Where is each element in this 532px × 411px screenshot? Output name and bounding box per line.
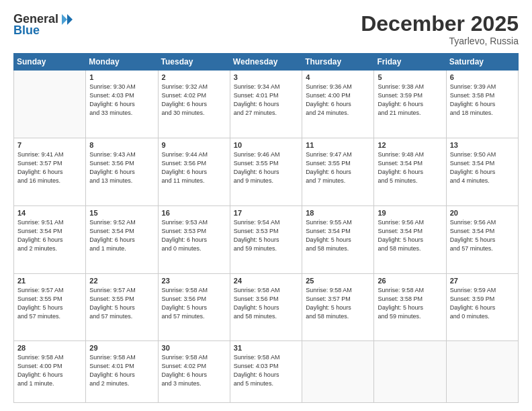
day-info: Sunrise: 9:58 AM Sunset: 3:56 PM Dayligh… (234, 286, 298, 321)
table-row: 2Sunrise: 9:32 AM Sunset: 4:02 PM Daylig… (158, 71, 230, 138)
table-row: 21Sunrise: 9:57 AM Sunset: 3:55 PM Dayli… (14, 273, 86, 341)
day-info: Sunrise: 9:53 AM Sunset: 3:53 PM Dayligh… (162, 218, 226, 253)
table-row: 26Sunrise: 9:58 AM Sunset: 3:58 PM Dayli… (374, 273, 446, 341)
day-info: Sunrise: 9:43 AM Sunset: 3:56 PM Dayligh… (89, 150, 154, 185)
day-number: 13 (450, 141, 515, 149)
table-row: 1Sunrise: 9:30 AM Sunset: 4:03 PM Daylig… (86, 71, 158, 138)
day-number: 25 (306, 277, 370, 285)
weekday-header-row: Sunday Monday Tuesday Wednesday Thursday… (14, 54, 519, 71)
day-number: 23 (162, 277, 226, 285)
header-thursday: Thursday (302, 54, 374, 71)
header-friday: Friday (374, 54, 446, 71)
day-number: 4 (306, 73, 370, 81)
day-info: Sunrise: 9:52 AM Sunset: 3:54 PM Dayligh… (89, 218, 154, 253)
table-row: 6Sunrise: 9:39 AM Sunset: 3:58 PM Daylig… (446, 71, 518, 138)
table-row: 15Sunrise: 9:52 AM Sunset: 3:54 PM Dayli… (86, 205, 158, 273)
table-row: 5Sunrise: 9:38 AM Sunset: 3:59 PM Daylig… (374, 71, 446, 138)
day-number: 10 (234, 141, 298, 149)
day-info: Sunrise: 9:41 AM Sunset: 3:57 PM Dayligh… (17, 150, 82, 185)
day-info: Sunrise: 9:58 AM Sunset: 3:56 PM Dayligh… (162, 286, 226, 321)
day-info: Sunrise: 9:57 AM Sunset: 3:55 PM Dayligh… (17, 286, 82, 321)
header-saturday: Saturday (446, 54, 518, 71)
day-info: Sunrise: 9:39 AM Sunset: 3:58 PM Dayligh… (450, 83, 515, 118)
day-info: Sunrise: 9:58 AM Sunset: 4:01 PM Dayligh… (89, 353, 154, 388)
day-number: 3 (234, 73, 298, 81)
day-number: 19 (378, 209, 442, 217)
day-number: 28 (17, 344, 82, 352)
day-info: Sunrise: 9:58 AM Sunset: 4:00 PM Dayligh… (17, 353, 82, 388)
table-row: 16Sunrise: 9:53 AM Sunset: 3:53 PM Dayli… (158, 205, 230, 273)
day-info: Sunrise: 9:56 AM Sunset: 3:54 PM Dayligh… (450, 218, 515, 253)
title-area: December 2025 Tyarlevo, Russia (361, 12, 519, 46)
table-row: 9Sunrise: 9:44 AM Sunset: 3:56 PM Daylig… (158, 138, 230, 205)
day-number: 5 (378, 73, 442, 81)
day-number: 17 (234, 209, 298, 217)
day-info: Sunrise: 9:54 AM Sunset: 3:53 PM Dayligh… (234, 218, 298, 253)
table-row: 25Sunrise: 9:58 AM Sunset: 3:57 PM Dayli… (302, 273, 374, 341)
day-number: 12 (378, 141, 442, 149)
day-info: Sunrise: 9:57 AM Sunset: 3:55 PM Dayligh… (89, 286, 154, 321)
table-row: 12Sunrise: 9:48 AM Sunset: 3:54 PM Dayli… (374, 138, 446, 205)
calendar-table: Sunday Monday Tuesday Wednesday Thursday… (13, 53, 519, 403)
day-info: Sunrise: 9:58 AM Sunset: 3:58 PM Dayligh… (378, 286, 442, 321)
day-number: 14 (17, 209, 82, 217)
table-row (14, 71, 86, 138)
table-row: 11Sunrise: 9:47 AM Sunset: 3:55 PM Dayli… (302, 138, 374, 205)
table-row: 23Sunrise: 9:58 AM Sunset: 3:56 PM Dayli… (158, 273, 230, 341)
table-row (302, 341, 374, 403)
day-number: 2 (162, 73, 226, 81)
table-row: 14Sunrise: 9:51 AM Sunset: 3:54 PM Dayli… (14, 205, 86, 273)
table-row (446, 341, 518, 403)
table-row: 4Sunrise: 9:36 AM Sunset: 4:00 PM Daylig… (302, 71, 374, 138)
day-info: Sunrise: 9:55 AM Sunset: 3:54 PM Dayligh… (306, 218, 370, 253)
logo-icon (60, 13, 74, 26)
table-row: 19Sunrise: 9:56 AM Sunset: 3:54 PM Dayli… (374, 205, 446, 273)
day-number: 21 (17, 277, 82, 285)
table-row: 22Sunrise: 9:57 AM Sunset: 3:55 PM Dayli… (86, 273, 158, 341)
day-number: 8 (89, 141, 154, 149)
svg-marker-0 (67, 14, 73, 25)
day-info: Sunrise: 9:51 AM Sunset: 3:54 PM Dayligh… (17, 218, 82, 253)
day-info: Sunrise: 9:47 AM Sunset: 3:55 PM Dayligh… (306, 150, 370, 185)
table-row: 27Sunrise: 9:59 AM Sunset: 3:59 PM Dayli… (446, 273, 518, 341)
day-number: 31 (234, 344, 298, 352)
day-number: 7 (17, 141, 82, 149)
day-number: 24 (234, 277, 298, 285)
location: Tyarlevo, Russia (361, 36, 519, 46)
day-info: Sunrise: 9:34 AM Sunset: 4:01 PM Dayligh… (234, 83, 298, 118)
logo-blue-text: Blue (13, 24, 40, 38)
day-number: 29 (89, 344, 154, 352)
table-row: 3Sunrise: 9:34 AM Sunset: 4:01 PM Daylig… (230, 71, 302, 138)
day-info: Sunrise: 9:56 AM Sunset: 3:54 PM Dayligh… (378, 218, 442, 253)
day-number: 22 (89, 277, 154, 285)
svg-marker-1 (62, 14, 67, 25)
day-info: Sunrise: 9:58 AM Sunset: 4:02 PM Dayligh… (162, 353, 226, 388)
table-row: 18Sunrise: 9:55 AM Sunset: 3:54 PM Dayli… (302, 205, 374, 273)
day-number: 27 (450, 277, 515, 285)
month-title: December 2025 (361, 12, 519, 36)
table-row: 24Sunrise: 9:58 AM Sunset: 3:56 PM Dayli… (230, 273, 302, 341)
day-number: 16 (162, 209, 226, 217)
header-monday: Monday (86, 54, 158, 71)
table-row: 10Sunrise: 9:46 AM Sunset: 3:55 PM Dayli… (230, 138, 302, 205)
day-info: Sunrise: 9:46 AM Sunset: 3:55 PM Dayligh… (234, 150, 298, 185)
day-number: 6 (450, 73, 515, 81)
day-number: 15 (89, 209, 154, 217)
day-info: Sunrise: 9:58 AM Sunset: 4:03 PM Dayligh… (234, 353, 298, 388)
day-info: Sunrise: 9:58 AM Sunset: 3:57 PM Dayligh… (306, 286, 370, 321)
day-number: 1 (89, 73, 154, 81)
table-row: 29Sunrise: 9:58 AM Sunset: 4:01 PM Dayli… (86, 341, 158, 403)
table-row: 8Sunrise: 9:43 AM Sunset: 3:56 PM Daylig… (86, 138, 158, 205)
day-info: Sunrise: 9:32 AM Sunset: 4:02 PM Dayligh… (162, 83, 226, 118)
day-info: Sunrise: 9:59 AM Sunset: 3:59 PM Dayligh… (450, 286, 515, 321)
day-info: Sunrise: 9:38 AM Sunset: 3:59 PM Dayligh… (378, 83, 442, 118)
day-info: Sunrise: 9:36 AM Sunset: 4:00 PM Dayligh… (306, 83, 370, 118)
table-row: 31Sunrise: 9:58 AM Sunset: 4:03 PM Dayli… (230, 341, 302, 403)
day-number: 9 (162, 141, 226, 149)
header-sunday: Sunday (14, 54, 86, 71)
day-number: 18 (306, 209, 370, 217)
day-info: Sunrise: 9:48 AM Sunset: 3:54 PM Dayligh… (378, 150, 442, 185)
logo: General Blue (13, 12, 75, 38)
header-wednesday: Wednesday (230, 54, 302, 71)
day-number: 11 (306, 141, 370, 149)
